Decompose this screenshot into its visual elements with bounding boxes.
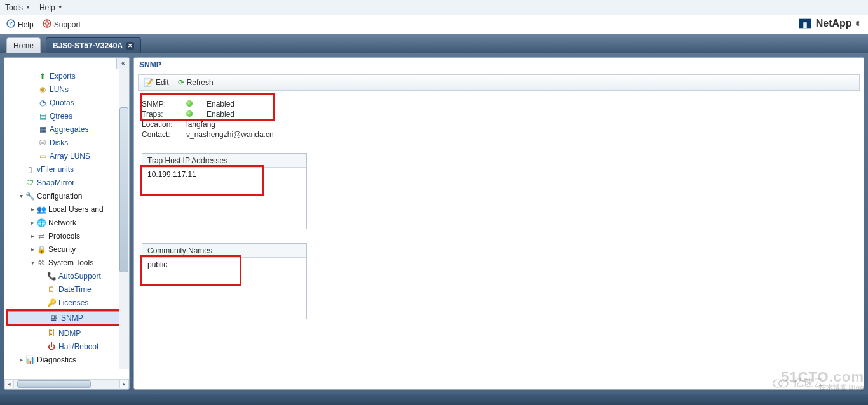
- sidebar-vscrollbar[interactable]: [119, 69, 129, 369]
- caret-down-icon: ▼: [25, 4, 31, 10]
- tree-snmp[interactable]: 🖳SNMP: [8, 311, 126, 324]
- array-lun-icon: ▭: [37, 151, 48, 161]
- menu-help[interactable]: Help▼: [39, 3, 63, 12]
- tree-luns[interactable]: ◉LUNs: [6, 83, 128, 96]
- tree-security[interactable]: ▸🔒Security: [6, 242, 128, 256]
- diagnostics-icon: 📊: [25, 355, 35, 365]
- sidebar: « ⬆Exports ◉LUNs ◔Quotas ▤Qtrees ▦Aggreg…: [4, 57, 130, 390]
- expand-icon[interactable]: ▸: [29, 219, 36, 226]
- expand-icon[interactable]: ▸: [29, 232, 36, 239]
- caret-down-icon: ▼: [58, 4, 63, 10]
- phone-icon: 📞: [46, 271, 57, 281]
- content: SNMP: Enabled Traps: Enabled Location: l…: [134, 91, 864, 328]
- traps-value: Enabled: [207, 110, 307, 119]
- export-icon: ⬆: [37, 71, 48, 81]
- close-icon[interactable]: ✕: [126, 42, 134, 50]
- expand-icon[interactable]: ▾: [17, 192, 25, 199]
- traphost-panel: Trap Host IP Addresses 10.199.117.11: [142, 153, 307, 229]
- footer-bar: [0, 394, 868, 405]
- nav-tree: ⬆Exports ◉LUNs ◔Quotas ▤Qtrees ▦Aggregat…: [4, 69, 129, 368]
- ndmp-icon: 🗄: [46, 328, 57, 338]
- helpbar: ? Help Support NetApp®: [0, 15, 868, 34]
- tree-diagnostics[interactable]: ▸📊Diagnostics: [6, 353, 128, 366]
- tree-qtrees[interactable]: ▤Qtrees: [6, 109, 128, 123]
- status-ok-icon: [186, 100, 207, 109]
- traphost-title: Trap Host IP Addresses: [142, 154, 306, 168]
- workspace: « ⬆Exports ◉LUNs ◔Quotas ▤Qtrees ▦Aggreg…: [0, 53, 868, 394]
- tree-disks[interactable]: ⛁Disks: [6, 136, 128, 149]
- snmp-icon: 🖳: [49, 313, 59, 323]
- tree-aggregates[interactable]: ▦Aggregates: [6, 123, 128, 136]
- tree-protocols[interactable]: ▸⇄Protocols: [6, 229, 128, 242]
- disk-icon: ⛁: [37, 138, 48, 148]
- tabbar: Home BJS0-ST57-V3240A✕: [0, 34, 868, 53]
- help-icon: ?: [6, 19, 15, 30]
- community-title: Community Names: [142, 244, 306, 258]
- refresh-button[interactable]: ⟳Refresh: [178, 78, 214, 87]
- tree-licenses[interactable]: 🔑Licenses: [6, 296, 128, 309]
- support-link[interactable]: Support: [43, 19, 81, 30]
- power-icon: ⏻: [46, 342, 57, 352]
- sidebar-hscroll-thumb[interactable]: [17, 380, 91, 388]
- vfiler-icon: ▯: [25, 164, 35, 175]
- tree-vfiler[interactable]: ▯vFiler units: [6, 163, 128, 176]
- tree-datetime[interactable]: 🗓DateTime: [6, 282, 128, 296]
- tree-network[interactable]: ▸🌐Network: [6, 216, 128, 229]
- expand-icon[interactable]: ▸: [29, 246, 36, 253]
- qtree-icon: ▤: [37, 111, 48, 121]
- tree-local-users[interactable]: ▸👥Local Users and: [6, 202, 128, 216]
- svg-point-3: [45, 22, 48, 25]
- contact-label: Contact:: [142, 130, 186, 139]
- main-panel: SNMP 📝Edit ⟳Refresh SNMP: Enabled Traps:…: [133, 57, 864, 390]
- sidebar-vscroll-thumb[interactable]: [119, 107, 128, 272]
- quota-icon: ◔: [37, 98, 48, 108]
- tools-icon: 🛠: [36, 258, 46, 268]
- edit-button[interactable]: 📝Edit: [144, 78, 169, 87]
- page-title: SNMP: [134, 58, 864, 72]
- expand-icon[interactable]: ▸: [29, 206, 36, 213]
- community-item[interactable]: public: [142, 258, 306, 272]
- protocol-icon: ⇄: [36, 231, 46, 241]
- traphost-item[interactable]: 10.199.117.11: [142, 168, 306, 182]
- tab-home[interactable]: Home: [6, 37, 41, 53]
- lock-icon: 🔒: [36, 244, 46, 255]
- tree-configuration[interactable]: ▾🔧Configuration: [6, 189, 128, 202]
- aggregate-icon: ▦: [37, 124, 48, 135]
- lifebuoy-icon: [43, 19, 51, 30]
- scroll-left-icon[interactable]: ◂: [4, 380, 14, 388]
- menu-tools[interactable]: Tools▼: [5, 3, 31, 12]
- traps-label: Traps:: [142, 110, 186, 119]
- snapmirror-icon: 🛡: [25, 178, 35, 188]
- help-link[interactable]: ? Help: [6, 19, 34, 30]
- status-ok-icon: [186, 110, 207, 119]
- expand-icon[interactable]: ▸: [17, 356, 25, 363]
- snmp-info: SNMP: Enabled Traps: Enabled Location: l…: [142, 100, 307, 139]
- snmp-value: Enabled: [207, 100, 307, 109]
- edit-icon: 📝: [144, 78, 153, 87]
- contact-value: v_nashengzhi@wanda.cn: [186, 130, 307, 139]
- svg-rect-9: [803, 22, 807, 28]
- tree-autosupport[interactable]: 📞AutoSupport: [6, 269, 128, 282]
- sidebar-hscrollbar[interactable]: ◂ ▸: [4, 379, 129, 389]
- tree-system-tools[interactable]: ▾🛠System Tools: [6, 256, 128, 269]
- calendar-icon: 🗓: [46, 284, 57, 295]
- tree-exports[interactable]: ⬆Exports: [6, 69, 128, 83]
- users-icon: 👥: [36, 204, 46, 215]
- expand-icon[interactable]: ▾: [29, 259, 36, 266]
- brand-logo: NetApp®: [798, 17, 860, 30]
- tree-haltreboot[interactable]: ⏻Halt/Reboot: [6, 340, 128, 353]
- refresh-icon: ⟳: [178, 78, 184, 87]
- tree-quotas[interactable]: ◔Quotas: [6, 96, 128, 109]
- community-panel: Community Names public: [142, 243, 307, 319]
- globe-icon: 🌐: [36, 218, 46, 228]
- tree-arrayluns[interactable]: ▭Array LUNS: [6, 149, 128, 163]
- snmp-label: SNMP:: [142, 100, 186, 109]
- tab-system[interactable]: BJS0-ST57-V3240A✕: [46, 37, 141, 53]
- tree-snapmirror[interactable]: 🛡SnapMirror: [6, 176, 128, 189]
- menubar: Tools▼ Help▼: [0, 0, 868, 15]
- location-label: Location:: [142, 120, 186, 129]
- lun-icon: ◉: [37, 84, 48, 95]
- scroll-right-icon[interactable]: ▸: [119, 380, 129, 388]
- toolbar: 📝Edit ⟳Refresh: [138, 74, 860, 91]
- tree-ndmp[interactable]: 🗄NDMP: [6, 326, 128, 340]
